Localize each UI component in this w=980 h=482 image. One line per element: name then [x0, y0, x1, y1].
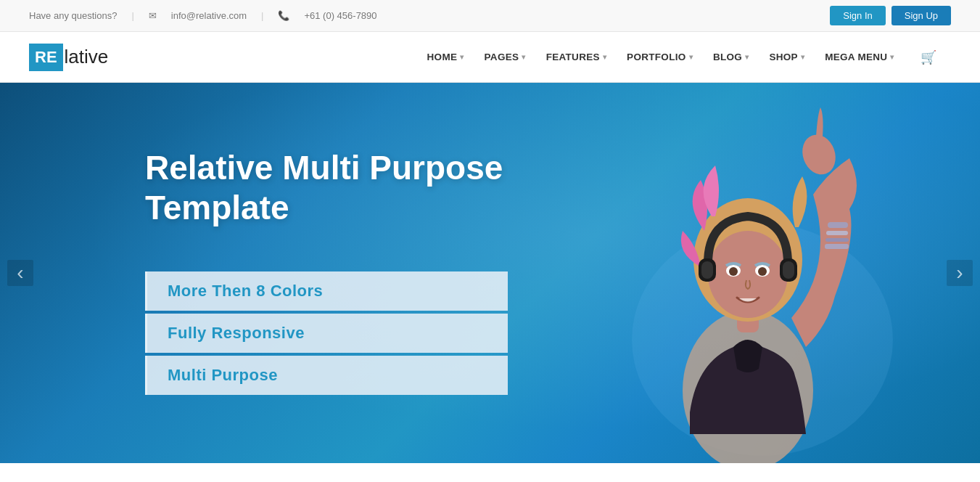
svg-rect-6	[825, 244, 849, 249]
nav-mega-menu-label: MEGA MENU	[825, 52, 887, 62]
chevron-down-icon: ▾	[890, 53, 894, 61]
nav-item-blog[interactable]: BLOG ▾	[704, 32, 758, 83]
feature-responsive-text: Fully Responsive	[168, 324, 305, 342]
chevron-down-icon: ▾	[689, 53, 693, 61]
arrow-right-icon: ›	[956, 261, 963, 285]
svg-point-11	[729, 267, 738, 276]
cart-icon: 🛒	[915, 49, 942, 65]
chevron-down-icon: ▾	[745, 53, 749, 61]
nav-item-features[interactable]: FEATURES ▾	[538, 32, 615, 83]
nav-home-label: HOME	[427, 52, 458, 62]
hero-image	[588, 86, 936, 463]
svg-rect-3	[828, 222, 848, 228]
chevron-down-icon: ▾	[801, 53, 804, 61]
nav-item-portfolio[interactable]: PORTFOLIO ▾	[618, 32, 701, 83]
list-item: Fully Responsive	[145, 314, 508, 353]
feature-colors-text: More Then 8 Colors	[168, 282, 323, 300]
svg-rect-5	[825, 238, 849, 242]
nav-blog-label: BLOG	[713, 52, 742, 62]
separator-1: |	[131, 10, 133, 21]
question-text: Have any questions?	[29, 10, 117, 21]
logo-re: RE	[29, 44, 63, 71]
list-item: More Then 8 Colors	[145, 271, 508, 311]
hero-content: Relative Multi Purpose Template More The…	[0, 148, 508, 398]
top-bar-actions: Sign In Sign Up	[830, 6, 951, 25]
hero-next-arrow[interactable]: ›	[947, 260, 973, 286]
navbar: RElative HOME ▾ PAGES ▾ FEATURES ▾ PORTF…	[0, 32, 980, 83]
chevron-down-icon: ▾	[603, 53, 606, 61]
hero-title: Relative Multi Purpose Template	[145, 148, 508, 228]
svg-point-13	[758, 267, 767, 276]
svg-rect-16	[701, 261, 713, 279]
nav-features-label: FEATURES	[546, 52, 600, 62]
nav-item-mega-menu[interactable]: MEGA MENU ▾	[816, 32, 903, 83]
list-item: Multi Purpose	[145, 356, 508, 395]
logo-lative: lative	[65, 46, 109, 68]
hero-prev-arrow[interactable]: ‹	[7, 260, 33, 286]
nav-item-pages[interactable]: PAGES ▾	[476, 32, 535, 83]
nav-item-home[interactable]: HOME ▾	[419, 32, 473, 83]
email-text[interactable]: info@relative.com	[171, 10, 247, 21]
nav-shop-label: SHOP	[769, 52, 797, 62]
chevron-down-icon: ▾	[522, 53, 525, 61]
top-bar-contact: Have any questions? | ✉ info@relative.co…	[29, 10, 377, 21]
nav-menu: HOME ▾ PAGES ▾ FEATURES ▾ PORTFOLIO ▾ BL…	[419, 32, 951, 83]
nav-cart[interactable]: 🛒	[906, 32, 951, 83]
logo[interactable]: RElative	[29, 44, 108, 71]
nav-pages-label: PAGES	[485, 52, 519, 62]
arrow-left-icon: ‹	[17, 261, 23, 285]
svg-point-9	[708, 231, 788, 318]
separator-2: |	[261, 10, 263, 21]
phone-text: +61 (0) 456-7890	[304, 10, 376, 21]
signup-button[interactable]: Sign Up	[892, 6, 951, 25]
svg-rect-17	[783, 261, 794, 279]
nav-portfolio-label: PORTFOLIO	[627, 52, 685, 62]
feature-purpose-text: Multi Purpose	[168, 366, 278, 384]
svg-rect-4	[826, 231, 848, 235]
hero-features-list: More Then 8 Colors Fully Responsive Mult…	[145, 271, 508, 398]
chevron-down-icon: ▾	[460, 53, 464, 61]
hero-section: ‹ Relative Multi Purpose Template More T…	[0, 83, 980, 463]
signin-button[interactable]: Sign In	[830, 6, 885, 25]
phone-icon: 📞	[278, 10, 289, 21]
nav-item-shop[interactable]: SHOP ▾	[760, 32, 813, 83]
top-bar: Have any questions? | ✉ info@relative.co…	[0, 0, 980, 32]
email-icon: ✉	[149, 10, 157, 21]
